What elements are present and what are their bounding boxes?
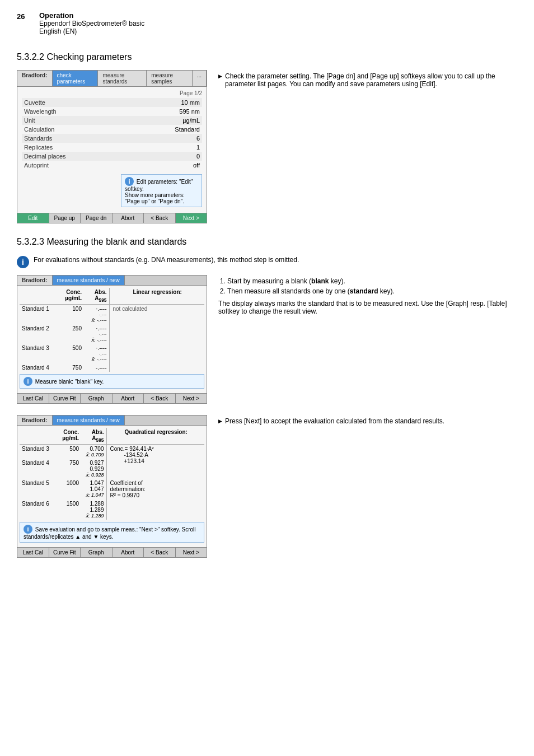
btn-page-up[interactable]: Page up	[49, 213, 81, 223]
tab-measure-standards-new-1[interactable]: measure standards / new	[53, 276, 125, 285]
btn-page-dn[interactable]: Page dn	[81, 213, 113, 223]
btn-next-2[interactable]: Next >	[176, 548, 207, 557]
param-label-3: Calculation	[24, 126, 54, 133]
section-5322-description: Check the parameter setting. The [Page d…	[218, 70, 517, 223]
param-value-7: off	[193, 162, 200, 169]
tab-bradford-label: Bradford:	[17, 71, 53, 86]
device2-footer: Last Cal Curve Fit Graph Abort < Back Ne…	[17, 547, 207, 557]
btn-abort-2[interactable]: Abort	[113, 548, 144, 557]
tab-bradford-3: Bradford:	[17, 416, 53, 425]
param-row-4: Standards6	[22, 134, 202, 143]
check-params-body: Page 1/2 Cuvette10 mmWavelength595 nmUni…	[17, 87, 207, 213]
device2-body: Conc.µg/mL Abs.A595 Quadratical regressi…	[17, 426, 207, 547]
param-value-1: 595 nm	[179, 108, 200, 115]
step-2: Then measure all standards one by one (s…	[227, 287, 517, 295]
page-indicator: Page 1/2	[180, 90, 202, 96]
info-text-d1: Measure blank: "blank" key.	[35, 379, 104, 385]
device2-container: Bradford: measure standards / new Conc.µ…	[17, 415, 207, 558]
section-5322-heading: 5.3.2.2 Checking parameters	[17, 52, 517, 62]
device1-tab-bar: Bradford: measure standards / new	[17, 276, 207, 286]
btn-back-2[interactable]: < Back	[144, 548, 176, 557]
section-5323-heading: 5.3.2.3 Measuring the blank and standard…	[17, 237, 517, 247]
device-footer-5322: Edit Page up Page dn Abort < Back Next >	[17, 213, 207, 223]
tab-measure-samples[interactable]: measure samples	[147, 71, 192, 86]
header-product: Eppendorf BioSpectrometer® basic	[39, 20, 144, 27]
btn-next[interactable]: Next >	[176, 213, 207, 223]
param-value-2: µg/mL	[182, 117, 200, 124]
btn-abort-1[interactable]: Abort	[113, 394, 144, 403]
info-text-d2: Save evaluation and go to sample meas.: …	[24, 526, 196, 540]
param-label-4: Standards	[24, 135, 52, 142]
info-panel-device2: i Save evaluation and go to sample meas.…	[20, 522, 204, 543]
std5-row-d2: Standard 5 1000 1.047 1.047 x̄: 1.047 Co…	[20, 479, 204, 500]
desc-bullet-1: Check the parameter setting. The [Page d…	[218, 72, 517, 88]
page-header: 26 Operation Eppendorf BioSpectrometer® …	[17, 11, 517, 35]
info-icon: i	[125, 177, 134, 186]
param-value-6: 0	[196, 153, 200, 160]
param-label-6: Decimal places	[24, 153, 66, 160]
info-note-text: For evaluations without standards (e.g. …	[34, 256, 299, 264]
page-number: 26	[17, 11, 39, 21]
info-text1: Edit parameters: "Edit" softkey.	[125, 179, 193, 192]
param-label-7: Autoprint	[24, 162, 49, 169]
info-circle-icon: i	[17, 256, 29, 268]
param-row-3: CalculationStandard	[22, 125, 202, 134]
param-value-3: Standard	[175, 126, 200, 133]
param-row-2: Unitµg/mL	[22, 116, 202, 125]
numbered-steps: Start by measuring a blank (blank key). …	[218, 277, 517, 295]
tab-check-parameters[interactable]: check parameters	[53, 71, 99, 86]
info-panel-device1: i Measure blank: "blank" key.	[20, 374, 204, 389]
btn-back[interactable]: < Back	[144, 213, 176, 223]
desc-bullet-2: Press [Next] to accept the evaluation ca…	[218, 417, 517, 425]
parameter-list: Cuvette10 mmWavelength595 nmUnitµg/mLCal…	[22, 98, 202, 170]
device-tab-bar: Bradford: check parameters measure stand…	[17, 71, 207, 87]
btn-back-1[interactable]: < Back	[144, 394, 176, 403]
standards-table-2: Conc.µg/mL Abs.A595 Quadratical regressi…	[20, 428, 204, 520]
tab-more[interactable]: ...	[193, 71, 207, 86]
step-description: The display always marks the standard th…	[218, 300, 517, 315]
device2-tab-bar: Bradford: measure standards / new	[17, 416, 207, 426]
tab-measure-standards[interactable]: measure standards	[98, 71, 147, 86]
description-5323-b: Press [Next] to accept the evaluation ca…	[218, 417, 517, 425]
section-5323-device1-area: Bradford: measure standards / new Conc.µ…	[17, 275, 517, 404]
header-language: English (EN)	[39, 27, 144, 35]
btn-next-1[interactable]: Next >	[176, 394, 207, 403]
standards-table-1: Conc.µg/mL Abs.A595 Linear regression: S…	[20, 288, 204, 372]
param-value-0: 10 mm	[181, 99, 200, 106]
desc-5323-right2: Press [Next] to accept the evaluation ca…	[218, 415, 517, 558]
step-1: Start by measuring a blank (blank key).	[227, 277, 517, 285]
btn-edit[interactable]: Edit	[17, 213, 49, 223]
btn-curve-fit-1[interactable]: Curve Fit	[49, 394, 81, 403]
info-note-5323: i For evaluations without standards (e.g…	[17, 256, 517, 268]
device1-container: Bradford: measure standards / new Conc.µ…	[17, 275, 207, 404]
param-row-5: Replicates1	[22, 143, 202, 152]
param-label-1: Wavelength	[24, 108, 57, 115]
param-value-4: 6	[196, 135, 200, 142]
info-icon-d2: i	[24, 525, 32, 534]
btn-abort[interactable]: Abort	[113, 213, 144, 223]
info-icon-d1: i	[24, 377, 32, 386]
section-5322-device: Bradford: check parameters measure stand…	[17, 70, 207, 223]
param-row-7: Autoprintoff	[22, 161, 202, 170]
description-5322: Check the parameter setting. The [Page d…	[218, 72, 517, 88]
measure-standards-screen-2: Bradford: measure standards / new Conc.µ…	[17, 415, 207, 558]
check-params-screen: Bradford: check parameters measure stand…	[17, 70, 207, 223]
measure-standards-screen-1: Bradford: measure standards / new Conc.µ…	[17, 275, 207, 404]
tab-measure-standards-new-2[interactable]: measure standards / new	[53, 416, 125, 425]
section-5323-device2-area: Bradford: measure standards / new Conc.µ…	[17, 415, 517, 558]
std3-row-d2: Standard 3 500 0.700 x̄: 0.709 Conc.= 92…	[20, 445, 204, 459]
std1-row: Standard 1 100 ·.---- ·.--- x̄: -.---- n…	[20, 305, 204, 325]
param-row-6: Decimal places0	[22, 152, 202, 161]
info-panel-5322: i Edit parameters: "Edit" softkey. Show …	[121, 174, 202, 207]
btn-last-cal-1[interactable]: Last Cal	[17, 394, 49, 403]
device1-footer: Last Cal Curve Fit Graph Abort < Back Ne…	[17, 393, 207, 403]
btn-curve-fit-2[interactable]: Curve Fit	[49, 548, 81, 557]
header-category: Operation	[39, 11, 144, 20]
device1-body: Conc.µg/mL Abs.A595 Linear regression: S…	[17, 286, 207, 393]
param-value-5: 1	[196, 144, 200, 151]
param-label-5: Replicates	[24, 144, 53, 151]
btn-graph-2[interactable]: Graph	[81, 548, 113, 557]
btn-last-cal-2[interactable]: Last Cal	[17, 548, 49, 557]
btn-graph-1[interactable]: Graph	[81, 394, 113, 403]
param-row-0: Cuvette10 mm	[22, 98, 202, 107]
